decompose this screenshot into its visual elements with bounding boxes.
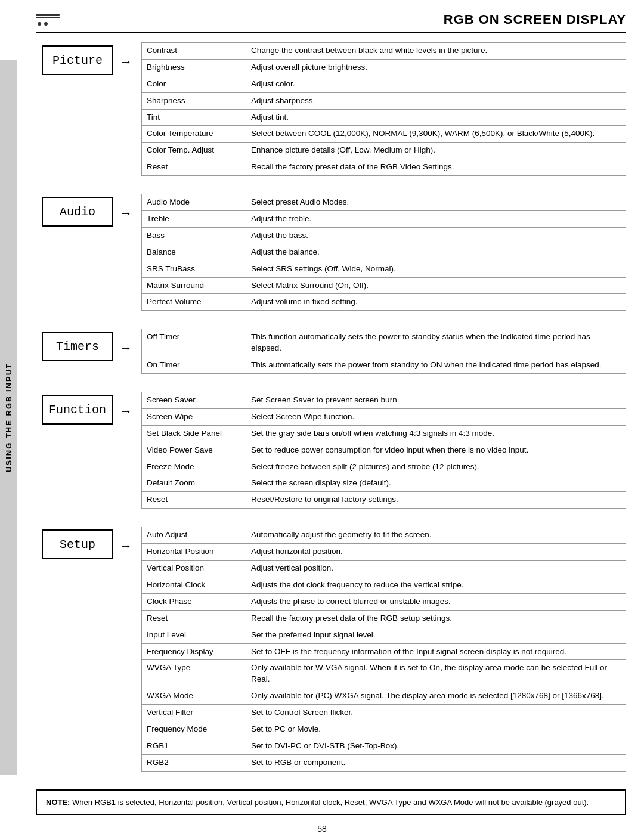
table-row: ContrastChange the contrast between blac… [142, 43, 626, 60]
table-row: Frequency DisplaySet to OFF is the frequ… [142, 643, 626, 660]
table-cell-description: Select Screen Wipe function. [246, 408, 626, 425]
table-cell-item: Screen Wipe [142, 408, 246, 425]
table-row: Perfect VolumeAdjust volume in fixed set… [142, 294, 626, 311]
table-row: ColorAdjust color. [142, 76, 626, 92]
table-cell-item: Vertical Position [142, 561, 246, 577]
table-cell-item: Audio Mode [142, 194, 246, 211]
logo [36, 14, 60, 26]
table-cell-description: Set the gray side bars on/off when watch… [246, 425, 626, 442]
menu-box-timers: Timers [42, 332, 113, 361]
table-row: WVGA TypeOnly available for W-VGA signal… [142, 660, 626, 688]
table-row: Horizontal ClockAdjusts the dot clock fr… [142, 577, 626, 593]
table-cell-description: Adjust volume in fixed setting. [246, 294, 626, 311]
table-timers: Off TimerThis function automatically set… [141, 329, 626, 374]
table-cell-item: Frequency Display [142, 643, 246, 660]
table-cell-description: Adjust overall picture brightness. [246, 59, 626, 76]
table-cell-description: Select between COOL (12,000K), NORMAL (9… [246, 126, 626, 143]
table-cell-description: Only available for (PC) WXGA signal. The… [246, 688, 626, 705]
page-wrapper: USING THE RGB INPUT RGB ON SCREEN DISPLA… [0, 0, 644, 833]
table-row: Vertical PositionAdjust vertical positio… [142, 561, 626, 577]
table-cell-description: Enhance picture details (Off, Low, Mediu… [246, 143, 626, 159]
table-row: Horizontal PositionAdjust horizontal pos… [142, 544, 626, 561]
logo-line-2 [36, 17, 60, 18]
table-cell-item: Brightness [142, 59, 246, 76]
table-audio: Audio ModeSelect preset Audio Modes.Treb… [141, 194, 626, 311]
table-cell-item: Freeze Mode [142, 459, 246, 475]
table-cell-item: On Timer [142, 357, 246, 374]
table-cell-description: Select Matrix Surround (On, Off). [246, 277, 626, 294]
table-cell-description: Adjust vertical position. [246, 561, 626, 577]
table-cell-description: Set to Control Screen flicker. [246, 705, 626, 721]
table-cell-item: Set Black Side Panel [142, 425, 246, 442]
logo-dot-2 [44, 22, 48, 26]
table-cell-item: Reset [142, 610, 246, 627]
table-cell-item: Bass [142, 227, 246, 244]
table-cell-description: Only available for W-VGA signal. When it… [246, 660, 626, 688]
table-cell-item: SRS TruBass [142, 261, 246, 277]
table-cell-item: Contrast [142, 43, 246, 60]
table-row: Off TimerThis function automatically set… [142, 329, 626, 357]
table-cell-description: Select SRS settings (Off, Wide, Normal). [246, 261, 626, 277]
table-row: BassAdjust the bass. [142, 227, 626, 244]
table-row: SRS TruBassSelect SRS settings (Off, Wid… [142, 261, 626, 277]
table-row: Freeze ModeSelect freeze between split (… [142, 459, 626, 475]
table-row: Screen SaverSet Screen Saver to prevent … [142, 392, 626, 409]
table-cell-description: Set the preferred input signal level. [246, 627, 626, 643]
table-cell-description: Adjust the treble. [246, 211, 626, 228]
table-cell-item: Video Power Save [142, 442, 246, 459]
table-cell-item: Default Zoom [142, 475, 246, 492]
table-cell-description: Adjust the balance. [246, 244, 626, 261]
menu-box-setup: Setup [42, 529, 113, 559]
table-cell-description: Adjusts the phase to correct blurred or … [246, 593, 626, 610]
table-cell-item: Reset [142, 159, 246, 176]
table-cell-description: Set to RGB or component. [246, 754, 626, 771]
table-row: Default ZoomSelect the screen display si… [142, 475, 626, 492]
sidebar: USING THE RGB INPUT [0, 60, 17, 775]
arrow-audio [119, 206, 132, 221]
table-cell-item: Reset [142, 492, 246, 509]
table-cell-item: Perfect Volume [142, 294, 246, 311]
table-cell-description: Change the contrast between black and wh… [246, 43, 626, 60]
logo-line-1 [36, 14, 60, 16]
page-title: RGB ON SCREEN DISPLAY [444, 12, 626, 27]
table-row: BrightnessAdjust overall picture brightn… [142, 59, 626, 76]
page-header: RGB ON SCREEN DISPLAY [36, 12, 626, 33]
main-content: PictureContrastChange the contrast betwe… [36, 42, 626, 772]
section-timers: TimersOff TimerThis function automatical… [42, 329, 626, 374]
table-cell-item: RGB1 [142, 738, 246, 754]
table-cell-item: Input Level [142, 627, 246, 643]
table-cell-description: Set Screen Saver to prevent screen burn. [246, 392, 626, 409]
table-cell-item: Clock Phase [142, 593, 246, 610]
menu-box-audio: Audio [42, 197, 113, 227]
table-function: Screen SaverSet Screen Saver to prevent … [141, 392, 626, 509]
table-row: Set Black Side PanelSet the gray side ba… [142, 425, 626, 442]
section-picture: PictureContrastChange the contrast betwe… [42, 42, 626, 176]
table-row: TintAdjust tint. [142, 109, 626, 126]
table-row: Color TemperatureSelect between COOL (12… [142, 126, 626, 143]
table-row: ResetReset/Restore to original factory s… [142, 492, 626, 509]
table-cell-item: Off Timer [142, 329, 246, 357]
table-cell-item: Color Temperature [142, 126, 246, 143]
note-box: NOTE: When RGB1 is selected, Horizontal … [36, 789, 626, 816]
table-row: Screen WipeSelect Screen Wipe function. [142, 408, 626, 425]
table-cell-description: Adjust tint. [246, 109, 626, 126]
table-row: BalanceAdjust the balance. [142, 244, 626, 261]
table-cell-item: Color Temp. Adjust [142, 143, 246, 159]
table-cell-description: Recall the factory preset data of the RG… [246, 159, 626, 176]
sidebar-label: USING THE RGB INPUT [4, 363, 13, 472]
table-cell-description: Recall the factory preset data of the RG… [246, 610, 626, 627]
table-row: SharpnessAdjust sharpness. [142, 92, 626, 109]
table-cell-item: WXGA Mode [142, 688, 246, 705]
table-setup: Auto AdjustAutomatically adjust the geom… [141, 527, 626, 771]
table-row: Audio ModeSelect preset Audio Modes. [142, 194, 626, 211]
section-function: FunctionScreen SaverSet Screen Saver to … [42, 392, 626, 509]
table-cell-description: Adjusts the dot clock frequency to reduc… [246, 577, 626, 593]
table-row: Color Temp. AdjustEnhance picture detail… [142, 143, 626, 159]
table-cell-item: Horizontal Position [142, 544, 246, 561]
table-row: RGB2Set to RGB or component. [142, 754, 626, 771]
table-row: WXGA ModeOnly available for (PC) WXGA si… [142, 688, 626, 705]
menu-box-function: Function [42, 395, 113, 425]
section-audio: AudioAudio ModeSelect preset Audio Modes… [42, 194, 626, 311]
note-text: When RGB1 is selected, Horizontal positi… [72, 798, 589, 807]
table-row: TrebleAdjust the treble. [142, 211, 626, 228]
